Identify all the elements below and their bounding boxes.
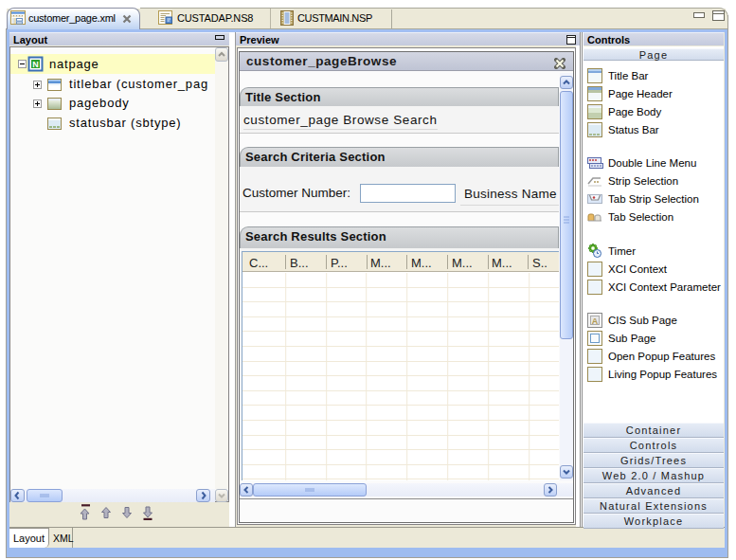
svg-text:N: N	[32, 60, 39, 69]
svg-text:A: A	[592, 316, 599, 326]
